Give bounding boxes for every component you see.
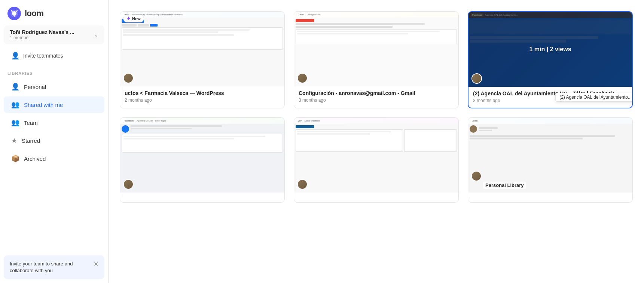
- video-tooltip-3: (2) Agencia OAL del Ayuntamiento...: [555, 93, 633, 102]
- video-info-6: [468, 193, 632, 202]
- team-icon: 👥: [11, 119, 19, 127]
- video-info-1: uctos < Farmacia Valseca — WordPress 2 m…: [120, 86, 284, 107]
- video-card-6[interactable]: Loom Perso: [468, 117, 633, 203]
- video-card-5[interactable]: WP Editar producto: [294, 117, 459, 203]
- video-card-3[interactable]: Facebook Agencia OAL del Ayuntamiento...…: [468, 11, 633, 108]
- video-card-2[interactable]: Gmail Configuración: [294, 11, 459, 108]
- new-star-icon: ✦: [126, 16, 131, 21]
- sidebar: loom Toñi Rodriguez Navas's ... 1 member…: [0, 0, 109, 283]
- promo-banner: Invite your team to share and collaborat…: [4, 255, 104, 279]
- loom-wordmark: loom: [25, 9, 44, 18]
- libraries-section-label: Libraries: [0, 67, 108, 78]
- video-thumb-1: Prod inspirada2.up.rocketcom/wp-admin/ad…: [120, 12, 284, 86]
- video-thumb-3: Facebook Agencia OAL del Ayuntamiento...…: [468, 12, 632, 87]
- loom-logo-icon: [7, 7, 21, 20]
- video-info-2: Configuración - anronavas@gmail.com - Gm…: [294, 86, 458, 107]
- invite-teammates-button[interactable]: 👤 Invite teammates: [4, 47, 104, 64]
- sidebar-item-team[interactable]: 👥 Team: [4, 114, 104, 131]
- avatar-2: [297, 73, 308, 83]
- person-add-icon: 👤: [11, 52, 19, 60]
- new-badge: ✦ New: [123, 15, 144, 22]
- avatar-1: [123, 73, 134, 83]
- video-info-4: [120, 193, 284, 202]
- workspace-member-count: 1 member: [10, 35, 74, 40]
- sidebar-item-starred-label: Starred: [22, 138, 40, 144]
- workspace-name: Toñi Rodriguez Navas's ...: [10, 29, 74, 35]
- shared-icon: 👥: [11, 101, 19, 109]
- video-time-2: 3 months ago: [299, 98, 454, 103]
- avatar-4: [123, 179, 134, 190]
- invite-teammates-label: Invite teammates: [23, 53, 63, 59]
- archive-icon: 📦: [11, 154, 19, 163]
- video-grid: Prod inspirada2.up.rocketcom/wp-admin/ad…: [120, 11, 633, 203]
- video-thumb-6: Loom Perso: [468, 118, 632, 193]
- avatar-5: [297, 179, 308, 190]
- sidebar-item-personal-label: Personal: [24, 84, 46, 90]
- video-title-1: uctos < Farmacia Valseca — WordPress: [125, 90, 280, 96]
- personal-library-label: Personal Library: [483, 182, 526, 189]
- video-card-4[interactable]: Facebook Agencia OAL de Huétor Tájar: [120, 117, 285, 203]
- workspace-selector[interactable]: Toñi Rodriguez Navas's ... 1 member ⌄: [4, 25, 104, 44]
- new-label: New: [132, 16, 141, 21]
- video-card-1[interactable]: Prod inspirada2.up.rocketcom/wp-admin/ad…: [120, 11, 285, 108]
- video-thumb-5: WP Editar producto: [294, 118, 458, 193]
- star-icon: ★: [11, 136, 17, 145]
- sidebar-item-team-label: Team: [24, 120, 38, 126]
- views-text: 1 min | 2 views: [529, 46, 571, 53]
- person-icon: 👤: [11, 83, 19, 91]
- video-info-3: (2) Agencia OAL del Ayuntamiento Hu... T…: [468, 87, 632, 108]
- logo-area: loom: [0, 0, 108, 25]
- video-info-5: [294, 193, 458, 202]
- video-time-1: 2 months ago: [125, 98, 280, 103]
- sidebar-item-starred[interactable]: ★ Starred: [4, 132, 104, 149]
- avatar-3: [471, 73, 482, 84]
- promo-close-button[interactable]: ✕: [94, 261, 98, 268]
- video-title-2: Configuración - anronavas@gmail.com - Gm…: [299, 90, 454, 96]
- promo-text: Invite your team to share and collaborat…: [10, 261, 90, 274]
- sidebar-item-shared[interactable]: 👥 Shared with me: [4, 96, 104, 113]
- sidebar-item-archived-label: Archived: [24, 156, 46, 162]
- sidebar-item-shared-label: Shared with me: [24, 102, 63, 108]
- sidebar-item-personal[interactable]: 👤 Personal: [4, 79, 104, 95]
- views-overlay: 1 min | 2 views: [468, 12, 632, 87]
- main-content: Prod inspirada2.up.rocketcom/wp-admin/ad…: [109, 0, 644, 283]
- sidebar-item-archived[interactable]: 📦 Archived: [4, 150, 104, 167]
- avatar-6: [471, 171, 482, 181]
- video-thumb-4: Facebook Agencia OAL de Huétor Tájar: [120, 118, 284, 193]
- video-thumb-2: Gmail Configuración: [294, 12, 458, 86]
- chevron-down-icon: ⌄: [94, 32, 98, 38]
